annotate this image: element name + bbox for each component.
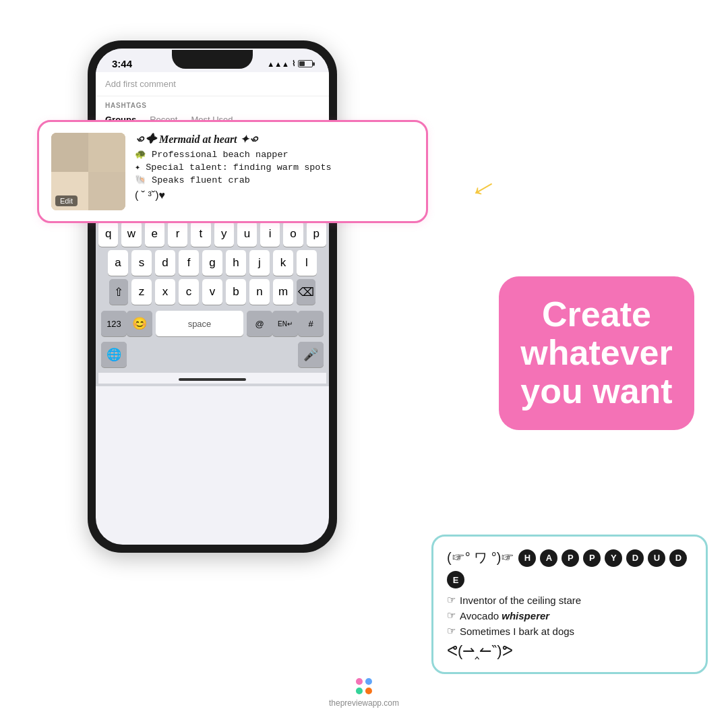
letter-p2: P — [583, 549, 601, 567]
letter-d: D — [626, 549, 644, 567]
key-m[interactable]: m — [273, 279, 293, 305]
svg-point-0 — [356, 678, 363, 685]
key-z[interactable]: z — [131, 279, 152, 305]
key-c[interactable]: c — [179, 279, 199, 305]
profile-bio: ꩜✦ Mermaid at heart ✦꩜ 🐢 Professional be… — [135, 133, 414, 202]
svg-point-1 — [365, 678, 372, 685]
app-content: Add first comment HASHTAGS Groups Recent… — [96, 72, 329, 386]
create-text: Createwhateveryou want — [515, 295, 678, 411]
key-q[interactable]: q — [98, 221, 118, 247]
key-w[interactable]: w — [121, 221, 141, 247]
letter-y: Y — [605, 549, 622, 567]
key-n[interactable]: n — [249, 279, 270, 305]
pointing-icon-3: ☞ — [447, 625, 456, 637]
key-i[interactable]: i — [260, 221, 280, 247]
key-j[interactable]: j — [249, 250, 270, 276]
arrow-decoration: ← — [459, 163, 506, 212]
key-space[interactable]: space — [156, 311, 243, 336]
happy-emoticon: ᕙ(⇀‸↼‶)ᕗ — [447, 642, 692, 660]
key-k[interactable]: k — [273, 250, 293, 276]
key-d[interactable]: d — [155, 250, 175, 276]
profile-highlight-card: Edit ꩜✦ Mermaid at heart ✦꩜ 🐢 Profession… — [37, 120, 428, 223]
svg-point-3 — [365, 688, 372, 694]
pointing-icon-2: ☞ — [447, 609, 456, 621]
home-indicator — [98, 373, 326, 384]
happy-line-2: ☞ Avocado whisperer — [447, 609, 692, 621]
key-shift[interactable]: ⇧ — [109, 279, 128, 305]
keyboard-globe-row: 🌐 🎤 — [98, 342, 326, 373]
key-delete[interactable]: ⌫ — [297, 279, 315, 305]
pointing-icon-1: ☞ — [447, 594, 456, 606]
create-bubble: Createwhateveryou want — [499, 276, 694, 430]
happy-card: (☞° ワ °)☞ H A P P Y D U D E ☞ Inventor o… — [431, 535, 708, 674]
key-e[interactable]: e — [145, 221, 164, 247]
key-r[interactable]: r — [168, 221, 187, 247]
key-return[interactable]: EN↵ — [272, 311, 298, 336]
key-f[interactable]: f — [179, 250, 199, 276]
home-line — [179, 378, 246, 381]
happy-line-1: ☞ Inventor of the ceiling stare — [447, 594, 692, 606]
status-time: 3:44 — [112, 58, 132, 69]
key-at[interactable]: @ — [247, 311, 272, 336]
key-g[interactable]: g — [202, 250, 222, 276]
hashtags-label: HASHTAGS — [105, 102, 320, 109]
happy-kaomoji: (☞° ワ °)☞ — [447, 549, 514, 567]
key-y[interactable]: y — [214, 221, 234, 247]
key-a[interactable]: a — [108, 250, 128, 276]
letter-e: E — [447, 571, 464, 588]
letter-u: U — [648, 549, 665, 567]
key-row-1: q w e r t y u i o p — [98, 221, 326, 247]
key-x[interactable]: x — [155, 279, 175, 305]
letter-a: A — [540, 549, 557, 567]
edit-button[interactable]: Edit — [55, 195, 78, 206]
key-b[interactable]: b — [226, 279, 246, 305]
key-globe[interactable]: 🌐 — [101, 342, 127, 367]
happy-line-3: ☞ Sometimes I bark at dogs — [447, 625, 692, 637]
key-numbers[interactable]: 123 — [101, 311, 127, 336]
signal-icon: ▲▲▲ — [267, 60, 289, 68]
keyboard-bottom-row: 123 😊 space @ EN↵ # — [98, 308, 326, 342]
key-hash[interactable]: # — [298, 311, 324, 336]
watermark: thepreviewapp.com — [329, 677, 399, 708]
watermark-url: thepreviewapp.com — [329, 698, 399, 708]
bio-line-2: ✦ Special talent: finding warm spots — [135, 161, 414, 173]
app-icon — [355, 677, 373, 696]
key-t[interactable]: t — [191, 221, 210, 247]
phone-notch — [172, 50, 253, 69]
comment-section[interactable]: Add first comment — [96, 72, 329, 96]
wifi-icon: ⌇ — [292, 59, 295, 68]
key-u[interactable]: u — [237, 221, 257, 247]
key-mic[interactable]: 🎤 — [298, 342, 324, 367]
letter-p1: P — [562, 549, 579, 567]
profile-photo: Edit — [51, 133, 125, 210]
key-emoji[interactable]: 😊 — [127, 311, 152, 336]
bio-line-1: 🐢 Professional beach napper — [135, 148, 414, 160]
status-icons: ▲▲▲ ⌇ — [267, 59, 313, 68]
key-p[interactable]: p — [307, 221, 326, 247]
key-row-2: a s d f g h j k l — [98, 250, 326, 276]
bio-name: ꩜✦ Mermaid at heart ✦꩜ — [135, 133, 414, 146]
key-row-3: ⇧ z x c v b n m ⌫ — [98, 279, 326, 305]
letter-d2: D — [669, 549, 687, 567]
bio-line-3: 🐚 Speaks fluent crab — [135, 174, 414, 185]
key-l[interactable]: l — [297, 250, 317, 276]
key-h[interactable]: h — [226, 250, 246, 276]
phone-device: 3:44 ▲▲▲ ⌇ Add first comment HASHTAGS Gr… — [88, 40, 337, 553]
key-v[interactable]: v — [202, 279, 222, 305]
comment-placeholder: Add first comment — [105, 79, 176, 89]
key-s[interactable]: s — [131, 250, 152, 276]
letter-h: H — [518, 549, 536, 567]
bio-emoticon: ( ˘ ³˘)♥ — [135, 189, 414, 202]
svg-point-2 — [356, 688, 363, 694]
happy-title: (☞° ワ °)☞ H A P P Y D U D E — [447, 549, 692, 588]
key-o[interactable]: o — [283, 221, 303, 247]
battery-icon — [298, 60, 313, 67]
